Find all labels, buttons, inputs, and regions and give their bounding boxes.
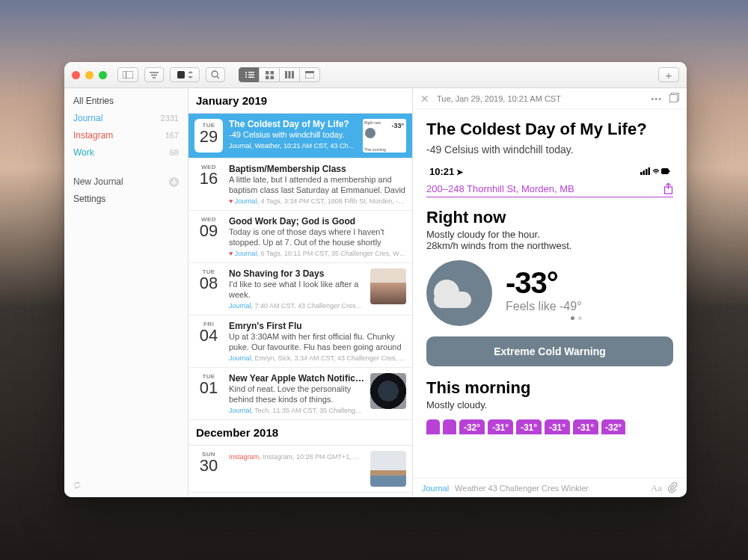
entry-thumbnail: [370, 268, 406, 304]
entry-row[interactable]: TUE 29 The Coldest Day of My Life? -49 C…: [188, 114, 412, 159]
settings-label: Settings: [73, 193, 105, 206]
entry-row[interactable]: SUN 30 Instagram, Instagram, 10:28 PM GM…: [188, 446, 412, 493]
svg-line-6: [217, 76, 219, 79]
entry-subtitle: -49 Celsius with windchill today.: [426, 144, 673, 156]
svg-rect-23: [670, 95, 678, 102]
svg-rect-28: [661, 168, 669, 174]
svg-rect-10: [248, 74, 254, 75]
rightnow-line: 28km/h winds from the northwest.: [426, 240, 673, 251]
morning-heading: This morning: [426, 378, 673, 398]
view-list[interactable]: [239, 67, 260, 82]
entry-title: The Coldest Day of My Life?: [426, 120, 673, 139]
view-grid[interactable]: [259, 67, 280, 82]
entry-list[interactable]: January 2019 TUE 29 The Coldest Day of M…: [188, 88, 413, 497]
sidebar-label: Journal: [73, 112, 102, 125]
attachment-icon[interactable]: [668, 482, 678, 494]
search-button[interactable]: [206, 67, 225, 82]
feels-like: Feels like -49°: [506, 300, 582, 313]
view-calendar[interactable]: [299, 67, 320, 82]
entry-thumbnail: Right now -33° This morning: [363, 119, 406, 153]
entry-title: Emryn's First Flu: [229, 321, 406, 331]
more-icon[interactable]: •••: [651, 94, 662, 103]
detail-date: Tue, Jan 29, 2019, 10:21 AM CST: [437, 94, 561, 103]
sidebar-label: All Entries: [73, 95, 114, 108]
view-columns[interactable]: [279, 67, 300, 82]
toggle-sidebar-button[interactable]: [117, 67, 138, 82]
entry-excerpt: Kind of neat. Love the personality behin…: [229, 384, 364, 404]
close-window[interactable]: [72, 71, 80, 79]
open-window-icon[interactable]: [669, 93, 679, 104]
svg-rect-21: [305, 71, 314, 73]
weather-warning: Extreme Cold Warning: [426, 336, 673, 366]
entry-row[interactable]: TUE 08 No Shaving for 3 Days I'd like to…: [188, 263, 412, 316]
footer-tags[interactable]: Weather 43 Challenger Cres Winkler: [455, 484, 589, 493]
date-block: TUE 08: [194, 268, 223, 310]
entry-thumbnail: [370, 373, 406, 409]
entry-row[interactable]: FRI 04 Emryn's First Flu Up at 3:30AM wi…: [188, 316, 412, 368]
toolbar: +: [64, 62, 687, 88]
heart-icon: ♥: [229, 250, 235, 257]
entry-excerpt: Today is one of those days where I haven…: [229, 227, 406, 247]
svg-point-9: [245, 74, 247, 76]
svg-rect-16: [270, 76, 274, 79]
sidebar-item-instagram[interactable]: Instagram 167: [72, 128, 180, 144]
entry-row[interactable]: WED 09 Good Work Day; God is Good Today …: [188, 211, 412, 263]
sync-icon: [72, 481, 180, 492]
hourly-chip: [426, 419, 440, 434]
entry-meta: Journal, 7:40 AM CST, 43 Challenger Cres…: [229, 302, 364, 310]
app-window: + All Entries Journal 2331 Instagram 167…: [64, 62, 687, 497]
journal-picker[interactable]: [170, 67, 200, 82]
new-journal-button[interactable]: New Journal: [72, 174, 180, 190]
entry-title: The Coldest Day of My Life?: [229, 119, 357, 129]
svg-rect-25: [643, 170, 646, 175]
sidebar-item-journal[interactable]: Journal 2331: [72, 111, 180, 126]
entry-row[interactable]: WED 16 Baptism/Membership Class A little…: [188, 159, 412, 211]
svg-rect-15: [266, 76, 269, 79]
filter-button[interactable]: [144, 67, 164, 82]
minimize-window[interactable]: [85, 71, 94, 79]
svg-rect-26: [646, 169, 648, 175]
entry-meta: ♥ Journal, 4 Tags, 3:34 PM CST, 1808 Fif…: [229, 197, 406, 205]
entry-row[interactable]: TUE 01 New Year Apple Watch Notification…: [188, 368, 412, 420]
sidebar-label: Work: [73, 147, 94, 159]
svg-point-11: [245, 76, 247, 78]
location-arrow-icon: ➤: [454, 167, 463, 176]
location-link[interactable]: 200–248 Thornhill St, Morden, MB: [426, 182, 673, 197]
date-block: WED 09: [194, 216, 223, 257]
entry-title: Baptism/Membership Class: [229, 164, 406, 174]
svg-point-5: [212, 71, 218, 77]
entry-meta: ♥ Journal, 6 Tags, 10:11 PM CST, 35 Chal…: [229, 250, 406, 257]
svg-rect-13: [266, 71, 269, 75]
svg-rect-27: [649, 167, 651, 175]
status-icons: [640, 166, 670, 177]
new-journal-label: New Journal: [73, 176, 123, 188]
entry-meta: Journal, Weather, 10:21 AM CST, 43 Chall…: [229, 142, 357, 150]
month-header: January 2019: [188, 88, 412, 114]
sidebar-count: 68: [170, 147, 179, 159]
sidebar-count: 2331: [161, 112, 179, 125]
svg-rect-29: [669, 170, 670, 173]
date-block: TUE 01: [194, 373, 223, 414]
entry-thumbnail: [370, 451, 406, 487]
text-style-button[interactable]: Aa: [651, 482, 662, 494]
hourly-chip: [443, 419, 456, 434]
footer-journal[interactable]: Journal: [422, 484, 449, 493]
hourly-chip: -32°: [601, 419, 625, 434]
entry-row[interactable]: FRI 28: [188, 493, 412, 497]
hourly-chip: -31°: [516, 419, 542, 434]
entry-excerpt: -49 Celsius with windchill today.: [229, 129, 357, 140]
date-block: SUN 30: [194, 451, 223, 487]
temperature: -33°: [506, 266, 582, 300]
sidebar-all-entries[interactable]: All Entries: [72, 93, 180, 109]
detail-content[interactable]: The Coldest Day of My Life? -49 Celsius …: [413, 109, 687, 478]
settings-button[interactable]: Settings: [72, 191, 180, 207]
sidebar-item-work[interactable]: Work 68: [72, 145, 180, 161]
date-block: TUE 29: [194, 119, 223, 153]
share-icon[interactable]: [663, 183, 673, 194]
new-entry-button[interactable]: +: [658, 67, 679, 82]
entry-excerpt: Up at 3:30AM with her first official flu…: [229, 331, 406, 352]
svg-rect-24: [640, 172, 643, 175]
close-icon[interactable]: ✕: [420, 93, 429, 105]
zoom-window[interactable]: [99, 71, 107, 79]
hourly-chip: -32°: [459, 419, 485, 434]
